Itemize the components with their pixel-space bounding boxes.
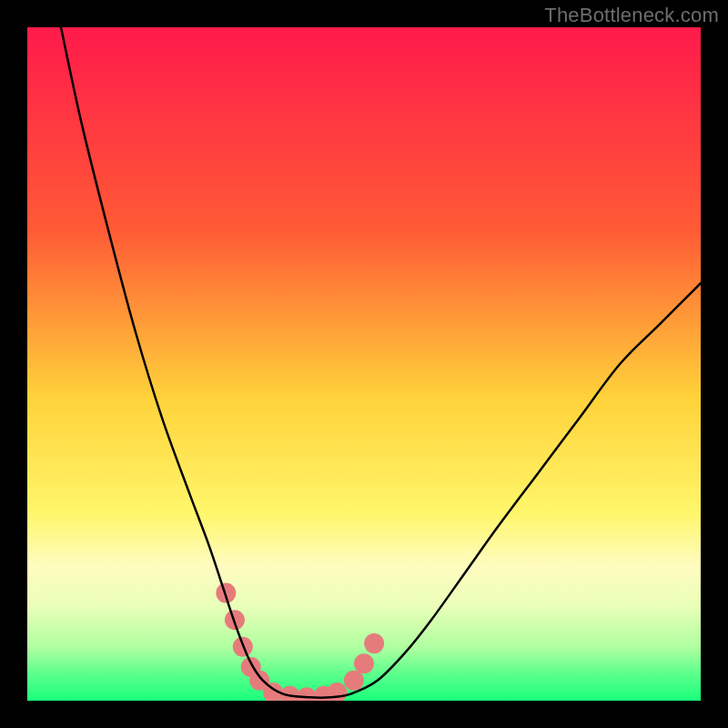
watermark-text: TheBottleneck.com: [544, 4, 719, 27]
chart-frame: TheBottleneck.com: [0, 0, 728, 728]
highlight-marker: [354, 653, 374, 673]
highlight-marker: [364, 633, 384, 653]
highlight-marker: [344, 671, 364, 691]
plot-area: [27, 27, 701, 701]
curve-layer: [27, 27, 701, 701]
bottleneck-curve: [61, 27, 701, 698]
